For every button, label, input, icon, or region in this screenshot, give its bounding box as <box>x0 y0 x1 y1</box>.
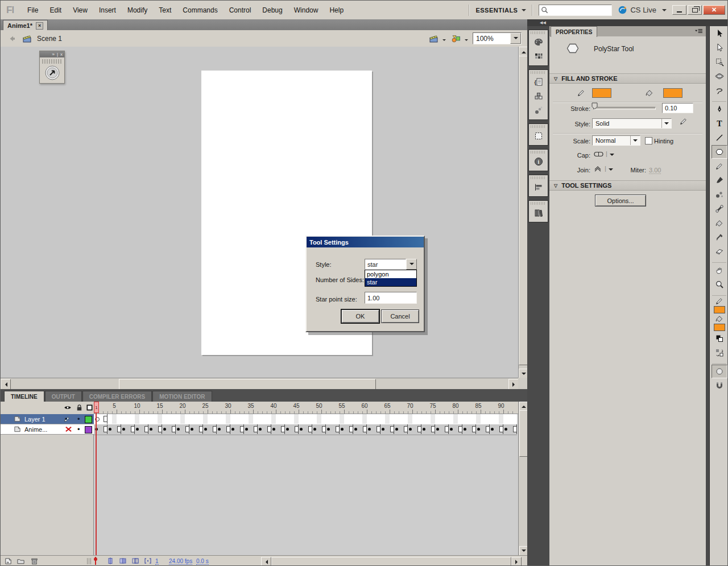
drag-grip[interactable] <box>531 71 546 74</box>
stage-pasteboard[interactable]: »|x <box>1 47 518 378</box>
keyframe-dot[interactable] <box>395 428 398 431</box>
keyframe-dot[interactable] <box>218 428 221 431</box>
menu-item-modify[interactable]: Modify <box>122 4 153 16</box>
scroll-thumb[interactable] <box>119 379 376 390</box>
star-point-size-input[interactable]: 1.00 <box>365 292 417 304</box>
stroke-value-input[interactable]: 0.10 <box>662 103 693 113</box>
keyframe-dot[interactable] <box>341 428 344 431</box>
workspace-switcher[interactable]: ESSENTIALS <box>475 7 526 14</box>
snap-magnet-toggle[interactable] <box>712 379 727 393</box>
restore-button[interactable] <box>688 5 702 15</box>
stage-vertical-scrollbar[interactable] <box>518 47 527 378</box>
cs-live-button[interactable]: CS Live <box>618 5 656 15</box>
close-icon[interactable]: x <box>60 52 63 57</box>
keyframe-dot[interactable] <box>504 428 507 431</box>
show-hide-all-icon[interactable] <box>64 404 72 411</box>
lock-all-icon[interactable] <box>76 404 83 411</box>
floating-panel-titlebar[interactable]: »|x <box>40 51 64 57</box>
black-white-icon[interactable] <box>712 332 727 345</box>
paint-bucket-tool[interactable] <box>712 216 727 230</box>
edit-multiple-frames-button[interactable] <box>144 557 153 566</box>
layer1-frames-row[interactable] <box>94 414 517 425</box>
layer-row-anime[interactable]: Anime...• <box>1 424 94 435</box>
properties-tab[interactable]: PROPERTIES <box>551 26 597 37</box>
cancel-button[interactable]: Cancel <box>381 309 419 323</box>
dropdown-option-polygon[interactable]: polygon <box>365 270 416 278</box>
tool-settings-section-header[interactable]: ▽ TOOL SETTINGS <box>549 180 706 191</box>
swatches-panel-icon[interactable] <box>531 49 546 63</box>
stroke-slider-thumb[interactable] <box>592 102 598 110</box>
new-layer-button[interactable] <box>4 557 13 566</box>
keyframe-dot[interactable] <box>245 428 248 431</box>
polystar-tool[interactable] <box>712 145 727 159</box>
keyframe-dot[interactable] <box>231 428 234 431</box>
keyframe-dot[interactable] <box>491 428 494 431</box>
keyframe-dot[interactable] <box>122 428 125 431</box>
lasso-tool[interactable] <box>712 84 727 97</box>
document-tab[interactable]: Anime1* × <box>3 20 48 31</box>
drag-grip[interactable] <box>531 31 546 34</box>
zoom-level-combo[interactable]: 100% <box>473 32 522 44</box>
keyframe-dot[interactable] <box>150 428 152 431</box>
keyframe-dot[interactable] <box>177 428 180 431</box>
menu-item-text[interactable]: Text <box>153 4 177 16</box>
zoom-tool[interactable] <box>712 278 727 291</box>
layer-lock-toggle[interactable]: • <box>77 425 80 433</box>
bone-tool[interactable] <box>712 202 727 216</box>
library-panel-icon[interactable] <box>531 206 546 220</box>
timeline-tab-output[interactable]: OUTPUT <box>45 391 82 402</box>
motion-presets-panel-icon[interactable] <box>531 104 546 117</box>
scale-dropdown[interactable]: Normal <box>592 135 640 146</box>
layer-visibility-toggle[interactable]: • <box>65 415 68 423</box>
timeline-frames-area[interactable] <box>94 414 518 555</box>
onion-skin-outlines-button[interactable] <box>131 557 140 566</box>
keyframe-dot[interactable] <box>382 428 384 431</box>
keyframe-dot[interactable] <box>272 428 275 431</box>
pen-tool[interactable] <box>712 102 727 116</box>
timeline-ruler[interactable]: 51015202530354045505560657075808590 <box>94 402 518 414</box>
components-panel-icon[interactable] <box>531 89 546 103</box>
playhead-marker[interactable]: 1 <box>94 402 99 413</box>
scroll-left-button[interactable] <box>261 557 271 566</box>
timeline-tab-timeline[interactable]: TIMELINE <box>4 391 44 402</box>
drag-grip[interactable] <box>531 202 546 205</box>
swap-colors-icon[interactable] <box>712 346 727 360</box>
keyframe-dot[interactable] <box>477 428 480 431</box>
menu-item-control[interactable]: Control <box>224 4 257 16</box>
open-arrow-button[interactable] <box>44 65 60 81</box>
keyframe-dot[interactable] <box>354 428 357 431</box>
cap-style-icon[interactable] <box>593 151 605 158</box>
menu-item-view[interactable]: View <box>67 4 93 16</box>
anime-frames-row[interactable] <box>94 424 517 435</box>
fill-color-icon[interactable] <box>712 314 727 323</box>
object-drawing-toggle[interactable] <box>712 365 727 378</box>
timeline-tab-compiler-errors[interactable]: COMPILER ERRORS <box>82 391 152 402</box>
selection-tool[interactable] <box>712 27 727 40</box>
keyframe-dot[interactable] <box>191 428 193 431</box>
deco-tool[interactable] <box>712 188 727 201</box>
options-button[interactable]: Options... <box>595 195 646 206</box>
fill-color-swatch[interactable] <box>663 88 682 98</box>
join-style-icon[interactable] <box>593 165 602 172</box>
menu-item-file[interactable]: File <box>22 4 44 16</box>
keyframe-dot[interactable] <box>368 428 371 431</box>
stroke-color-swatch[interactable] <box>592 88 611 98</box>
new-folder-button[interactable] <box>16 557 26 566</box>
line-tool[interactable] <box>712 131 727 144</box>
subselection-tool[interactable] <box>712 41 727 55</box>
collapse-panels-icon[interactable]: ◀◀ <box>540 20 546 25</box>
info-panel-icon[interactable]: i <box>531 155 546 168</box>
style-dropdown[interactable]: star <box>365 259 417 270</box>
scroll-right-button[interactable] <box>508 379 519 390</box>
keyframe-dot[interactable] <box>464 428 466 431</box>
chevron-down-icon[interactable] <box>662 9 667 14</box>
scroll-right-button[interactable] <box>511 557 522 566</box>
style-dropdown-list[interactable]: polygonstar <box>365 270 417 287</box>
eraser-tool[interactable] <box>712 245 727 258</box>
hinting-checkbox[interactable] <box>645 137 652 144</box>
keyframe-dot[interactable] <box>163 428 166 431</box>
drag-grip[interactable] <box>531 176 546 179</box>
stroke-slider-track[interactable] <box>593 107 656 110</box>
stroke-color-swatch[interactable] <box>714 306 725 313</box>
keyframe-dot[interactable] <box>409 428 412 431</box>
